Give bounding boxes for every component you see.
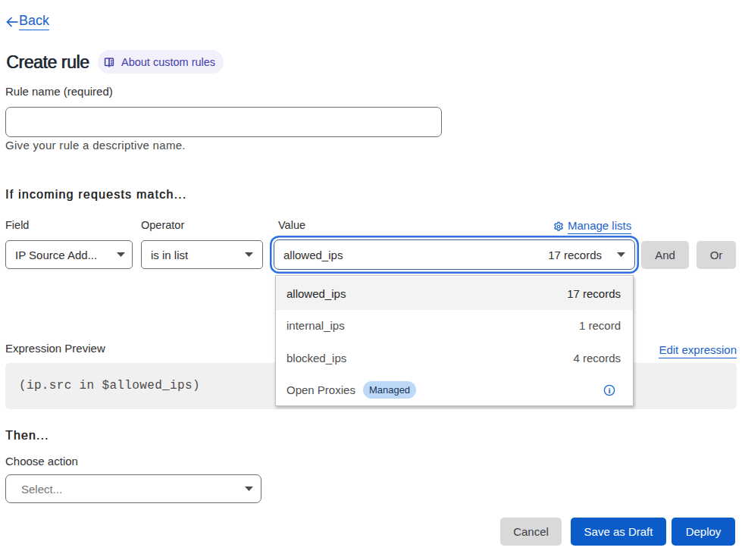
svg-text:i: i [608, 386, 610, 395]
